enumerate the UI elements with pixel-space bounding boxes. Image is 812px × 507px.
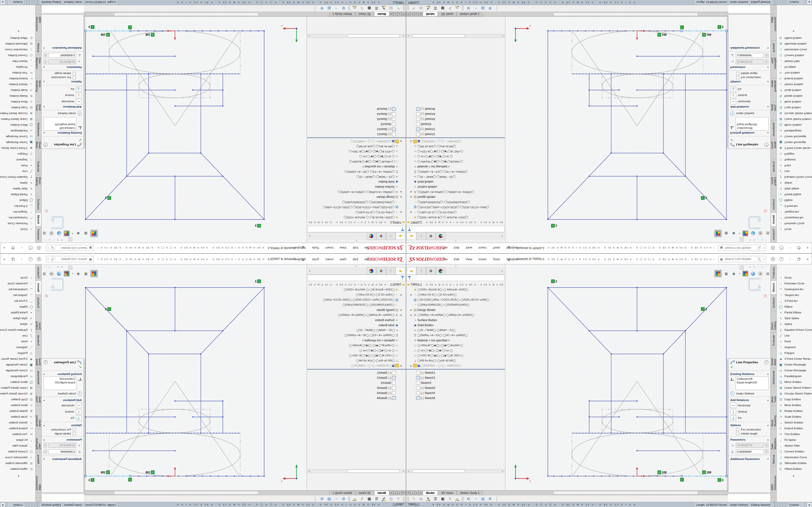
tool-ellipse[interactable]: ◯Ellipse <box>0 198 35 203</box>
tool-center-rectangle[interactable]: ▣Center Rectangle <box>0 362 35 368</box>
last-tab-button[interactable]: ⏭ <box>389 491 394 495</box>
panel-grip[interactable] <box>406 265 505 267</box>
tool-equation-curve[interactable]: ƒEquation Driven Curve <box>0 174 35 180</box>
account-button[interactable] <box>770 257 775 262</box>
tool-circular-pattern[interactable]: ⊛Circular Sketch Pattern <box>0 111 35 116</box>
pin-icon[interactable] <box>301 258 304 261</box>
restore-button[interactable] <box>796 245 801 250</box>
expand-arrow[interactable]: ▶ <box>399 309 402 311</box>
settings-gear-icon[interactable]: ⚙ <box>487 6 494 11</box>
menu-item-tools[interactable]: Tools <box>312 246 319 250</box>
tool-corner-rectangle[interactable]: ▭Corner Rectangle <box>777 368 812 373</box>
sketch-tree-item[interactable]: (-)Sketch2 <box>307 375 406 380</box>
menu-item-insert[interactable]: Insert <box>478 258 487 261</box>
length-spinner[interactable]: ▴▾ <box>44 59 47 64</box>
menu-item-insert[interactable]: Insert <box>325 246 334 250</box>
tool-polygon[interactable]: ◇Polygon <box>777 350 812 356</box>
tree-item[interactable]: ▶◔◯ΛЖ◎+25◦Ƨ◯◦◯Ƨ◦52+◎ЖΛ◯ <box>307 210 406 215</box>
filter-input[interactable] <box>308 227 400 231</box>
tree-h-scrollbar[interactable]: ◂▸ <box>307 34 405 38</box>
cm-tab-data-migration[interactable]: Data Migration <box>771 55 776 78</box>
cm-tab-mold-tools[interactable]: Mold Tools <box>771 387 776 405</box>
tool-fit-spline[interactable]: ◟Fit Spline <box>777 437 812 443</box>
menu-item-view[interactable]: View <box>465 258 472 261</box>
cm-tab-direct-editing[interactable]: Direct Editing <box>36 175 41 196</box>
expand-arrow[interactable]: ▶ <box>410 314 413 316</box>
steps-icon[interactable]: ⌐ <box>454 6 461 10</box>
sketch-tree-item[interactable]: (-)Sketch5 <box>406 117 505 122</box>
expand-arrow[interactable]: ▶ <box>399 314 402 316</box>
menu-item-insert[interactable]: Insert <box>478 246 487 250</box>
filter-input[interactable] <box>412 227 504 231</box>
tree-item[interactable]: ⊥◯ИΝ◦9a◦Ж◎◯◦◯◎Ж◦a9◦ΝИ◯ <box>406 144 505 149</box>
tool-scale-entities[interactable]: ↗Scale Entities <box>0 414 35 419</box>
length-spinner[interactable]: ▴▾ <box>765 443 768 448</box>
preview-check-icon[interactable]: ⧉ <box>465 497 472 501</box>
schedule-check-icon[interactable]: ◔ <box>472 497 479 501</box>
relation-badge-3[interactable]: ∕3 <box>255 280 261 283</box>
hatch-grid-icon[interactable]: ▦ <box>366 6 373 11</box>
search-icon[interactable] <box>50 245 55 250</box>
checkbox[interactable] <box>736 72 739 75</box>
collinear-badge[interactable]: ∕ <box>680 25 684 29</box>
doc-tab-3d-views[interactable]: 3D Views <box>355 12 374 16</box>
tool-corner-rectangle[interactable]: ▭Corner Rectangle <box>777 134 812 139</box>
tree-item[interactable]: ⊥◯ИΝ◦9a◦Ж◎◯◦◯◎Ж◦a9◦ΝИ◯ <box>406 358 505 363</box>
menu-item-insert[interactable]: Insert <box>325 258 334 261</box>
relation-badge-3[interactable]: ∕3 <box>718 25 723 29</box>
restore-button[interactable] <box>11 245 16 250</box>
tool-three-point-arc[interactable]: ◡3 Point Arc <box>0 298 35 304</box>
tree-item[interactable]: ◗Surface Bodies <box>307 318 406 323</box>
doc-tab-motion-study-1[interactable]: Motion Study 1 <box>329 12 355 16</box>
tool-trim-entities[interactable]: ✂Trim Entities <box>0 70 35 76</box>
tree-item[interactable]: ◔◯25Ж◎25ИΝƐ325◯◦◯253ƐΝИ52◎Ж52◯ <box>307 302 406 307</box>
spin-down[interactable]: ▾ <box>44 452 47 454</box>
sketch-tree-item[interactable]: Sketch3 <box>307 122 406 127</box>
sketch-tree-item[interactable]: (-)Sketch5 <box>307 117 406 122</box>
cm-tab-stub[interactable]: ⋮ <box>771 498 776 502</box>
tool-parallelogram[interactable]: ▱Parallelogram <box>777 373 812 379</box>
menu-item-tools[interactable]: Tools <box>493 246 500 250</box>
tool-perimeter-circle[interactable]: ◌Perimeter Circle <box>0 221 35 226</box>
tree-item[interactable]: ▱◯·◎+◯*◉[◯◦◯]◉*◯+◎·◯ <box>307 154 406 159</box>
doc-tab-3d-views[interactable]: 3D Views <box>438 12 457 16</box>
checkbox[interactable] <box>736 76 739 79</box>
tree-item[interactable]: ◗Surface Bodies <box>406 184 505 189</box>
tool-offset-entities[interactable]: ⊏Offset Entities <box>0 35 35 41</box>
sketch-tree-item[interactable]: (-)Sketch5 <box>406 385 505 390</box>
sketch-tree-item[interactable]: (-)Sketch1 <box>307 370 406 375</box>
menu-item-view[interactable]: View <box>340 258 347 261</box>
section-existing-relations[interactable]: Existing Relations▴ <box>728 372 770 376</box>
tree-item[interactable]: ▱◯+Ƨ9Ɔ◦Ж◯*◉[◯◦◯]◉*◯Ж◦Ɔ9Ƨ+◯ <box>307 149 406 154</box>
hatch-grid-icon[interactable]: ▦ <box>366 497 373 501</box>
preview-check-icon[interactable]: ⧉ <box>340 6 347 11</box>
horizontal-icon[interactable]: — <box>730 99 736 104</box>
relation-item[interactable]: Collinear108 <box>737 126 767 130</box>
tree-item[interactable]: ▱◯·◎+◯*◉[◯◦◯]◉*◯+◎·◯ <box>307 348 406 353</box>
search-box[interactable]: ▣▾ <box>718 245 766 251</box>
relation-badge-3[interactable]: ∕3 <box>255 224 261 227</box>
tool-move-entities[interactable]: ⊹Move Entities <box>0 99 35 105</box>
tree-item[interactable]: ▥◯25+Ɛ325◯ИΝ◎◦+ƆƆƐ3∪3Ɛ25◯◦◯253Ɛ∪3ƐƆƆ+◦◎Ν… <box>307 205 406 210</box>
tree-item[interactable]: ≡Material < not specified > <box>406 338 505 343</box>
spin-up[interactable]: ▴ <box>765 443 768 445</box>
scroll-thumb[interactable] <box>412 469 464 473</box>
line-thickness-icon[interactable]: ☰ <box>432 6 439 11</box>
cm-tab-mold-tools[interactable]: Mold Tools <box>36 102 41 120</box>
pm-help-icon[interactable]: ? <box>764 360 768 364</box>
tool-linear-pattern[interactable]: ⊞Linear Sketch Pattern <box>777 385 812 391</box>
expand-arrow[interactable]: ▶ <box>410 191 413 193</box>
sketch-tree-item[interactable]: (-)Sketch2 <box>406 127 505 132</box>
expand-arrow[interactable]: ▶ <box>410 211 413 214</box>
tree-item[interactable]: ▶▤Design Binder <box>307 194 406 200</box>
schedule-check-icon[interactable]: ◔ <box>472 6 479 10</box>
tool-three-point-center-rect[interactable]: ◈3 Point Center Recta... <box>777 145 812 151</box>
cm-tab-data-migration[interactable]: Data Migration <box>36 429 41 452</box>
section-add-relations[interactable]: Add Relations▴ <box>728 105 770 109</box>
tool-fit-spline[interactable]: ◟Fit Spline <box>777 64 812 70</box>
search-dropdown-caret[interactable]: ▾ <box>762 258 766 260</box>
tool-convert-entities[interactable]: ◻Convert Entities <box>0 53 35 58</box>
tree-item[interactable]: ▶◔◯ΛЖ◎+25◦Ƨ◯◦◯Ƨ◦52+◎ЖΛ◯ <box>307 292 406 297</box>
tree-item[interactable]: ∞◯25·∩*ЖАΜ◯◦◯ΜАЖ*∩·52◯ <box>406 328 505 333</box>
tree-item[interactable]: ★◯253Ɛ+◦Ж◎ΛА Φ◯◦◯ ΦАΛ◎Ж◦+Ɛ352◯ <box>307 287 406 292</box>
